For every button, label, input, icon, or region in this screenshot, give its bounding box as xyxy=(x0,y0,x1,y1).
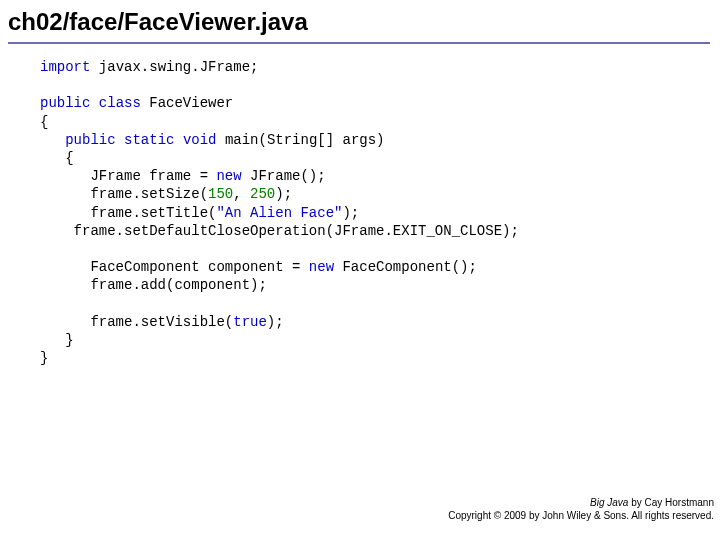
title-wrap: ch02/face/FaceViewer.java xyxy=(0,0,720,40)
code-text: ); xyxy=(267,314,284,330)
kw-public: public xyxy=(65,132,115,148)
code-text: JFrame frame = xyxy=(40,168,216,184)
kw-class: class xyxy=(99,95,141,111)
code-text: frame.setDefaultCloseOperation(JFrame.EX… xyxy=(40,223,519,239)
string-literal: "An Alien Face" xyxy=(216,205,342,221)
code-text: , xyxy=(233,186,250,202)
page-title: ch02/face/FaceViewer.java xyxy=(8,8,308,40)
code-text: frame.add(component); xyxy=(40,277,267,293)
code-text: JFrame(); xyxy=(242,168,326,184)
code-text: ); xyxy=(275,186,292,202)
kw-static: static xyxy=(124,132,174,148)
code-text: } xyxy=(40,332,74,348)
code-text: { xyxy=(65,150,73,166)
kw-new: new xyxy=(309,259,334,275)
code-text: FaceComponent(); xyxy=(334,259,477,275)
footer-book-title: Big Java xyxy=(590,497,628,508)
code-text: } xyxy=(40,350,48,366)
code-block: import javax.swing.JFrame; public class … xyxy=(0,44,720,367)
code-text: main(String[] args) xyxy=(216,132,384,148)
code-text: frame.setVisible( xyxy=(40,314,233,330)
code-text: FaceViewer xyxy=(141,95,233,111)
footer-copyright: Copyright © 2009 by John Wiley & Sons. A… xyxy=(448,510,714,523)
code-text: frame.setSize( xyxy=(40,186,208,202)
code-text: FaceComponent component = xyxy=(40,259,309,275)
kw-true: true xyxy=(233,314,267,330)
slide: ch02/face/FaceViewer.java import javax.s… xyxy=(0,0,720,540)
code-text: javax.swing.JFrame; xyxy=(90,59,258,75)
kw-new: new xyxy=(216,168,241,184)
code-text: frame.setTitle( xyxy=(40,205,216,221)
code-text: { xyxy=(40,114,48,130)
footer-line1: Big Java by Cay Horstmann xyxy=(448,497,714,510)
footer-author: by Cay Horstmann xyxy=(628,497,714,508)
kw-public: public xyxy=(40,95,90,111)
kw-void: void xyxy=(183,132,217,148)
num-literal: 250 xyxy=(250,186,275,202)
num-literal: 150 xyxy=(208,186,233,202)
kw-import: import xyxy=(40,59,90,75)
footer: Big Java by Cay Horstmann Copyright © 20… xyxy=(448,497,714,522)
code-text: ); xyxy=(342,205,359,221)
